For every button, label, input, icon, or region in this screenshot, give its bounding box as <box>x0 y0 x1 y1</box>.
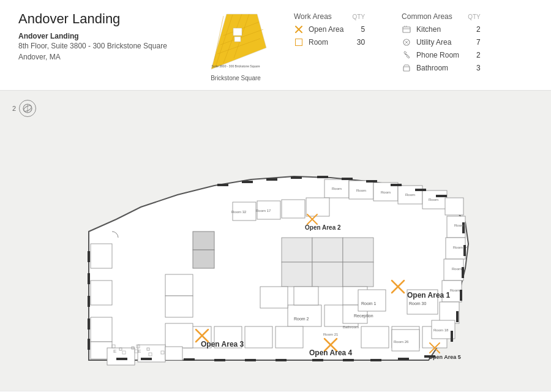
svg-rect-108 <box>398 358 409 360</box>
legend-open-area: Open Area 5 <box>294 24 365 34</box>
work-areas-section: Work Areas QTY Open Area 5 Room 30 <box>294 12 365 76</box>
svg-text:Room: Room <box>450 288 460 292</box>
svg-text:Room: Room <box>381 190 391 194</box>
svg-rect-72 <box>165 323 193 348</box>
phone-label: Phone Room <box>416 51 459 59</box>
legend-bathroom: Bathroom 3 <box>402 63 481 73</box>
svg-text:Room: Room <box>356 189 366 192</box>
room-icon <box>294 37 304 47</box>
svg-text:Room: Room <box>429 198 438 202</box>
svg-rect-82 <box>317 176 328 178</box>
common-areas-section: Common Areas QTY Kitchen 2 <box>402 12 481 76</box>
svg-text:Room 30: Room 30 <box>409 301 427 306</box>
svg-text:Room 21: Room 21 <box>323 333 339 336</box>
svg-rect-54 <box>276 326 303 348</box>
open-area-icon <box>294 24 304 34</box>
compass-icon <box>22 103 33 114</box>
svg-rect-85 <box>391 184 402 186</box>
map-thumbnail: Suite 3800 - 300 Brickstone Square <box>199 11 272 72</box>
svg-rect-67 <box>358 290 386 311</box>
svg-rect-43 <box>282 238 312 262</box>
svg-text:Room 18: Room 18 <box>433 328 449 332</box>
svg-rect-80 <box>266 178 277 181</box>
svg-text:Bathroom: Bathroom <box>343 325 359 329</box>
svg-rect-84 <box>366 180 377 183</box>
legend-kitchen: Kitchen 2 <box>402 24 481 34</box>
svg-rect-104 <box>276 359 287 361</box>
utility-label: Utility Area <box>416 38 451 47</box>
floor-plan-svg: Open Area 1 Open Area 2 Open Area 3 Open… <box>67 109 484 372</box>
svg-text:Room 32: Room 32 <box>231 210 247 214</box>
svg-rect-71 <box>165 296 193 317</box>
svg-rect-68 <box>294 287 318 305</box>
svg-rect-13 <box>403 27 410 32</box>
svg-text:E: E <box>138 349 141 354</box>
header: Andover Landing Andover Landing 8th Floo… <box>0 0 551 91</box>
svg-rect-59 <box>91 281 112 305</box>
svg-text:Room: Room <box>405 193 415 197</box>
kitchen-label: Kitchen <box>416 25 441 34</box>
floor-plan-container: Open Area 1 Open Area 2 Open Area 3 Open… <box>67 109 484 372</box>
work-areas-qty-header: QTY <box>353 13 365 20</box>
svg-rect-89 <box>463 245 466 256</box>
svg-rect-94 <box>88 251 90 262</box>
svg-rect-93 <box>451 331 453 342</box>
svg-rect-77 <box>193 250 214 268</box>
kitchen-icon <box>402 24 411 34</box>
bathroom-icon <box>402 63 411 73</box>
building-address: 8th Floor, Suite 3800 - 300 Brickstone S… <box>18 40 178 62</box>
open-area-1-label: Open Area 1 <box>407 291 451 300</box>
svg-rect-86 <box>415 189 426 191</box>
map-thumbnail-container: Suite 3800 - 300 Brickstone Square Brick… <box>196 11 276 81</box>
svg-rect-103 <box>245 359 256 361</box>
page-title: Andover Landing <box>18 11 178 27</box>
utility-qty: 7 <box>464 38 481 47</box>
legend-phone: Phone Room 2 <box>402 50 481 60</box>
svg-rect-78 <box>217 184 228 186</box>
nav-compass[interactable] <box>19 100 36 117</box>
svg-rect-49 <box>288 305 321 326</box>
svg-rect-70 <box>165 274 193 296</box>
svg-rect-9 <box>234 37 241 42</box>
open-area-qty: 5 <box>348 25 365 34</box>
svg-rect-69 <box>260 287 288 308</box>
svg-rect-101 <box>184 358 195 361</box>
svg-rect-33 <box>445 198 463 215</box>
svg-rect-53 <box>245 326 272 348</box>
svg-rect-105 <box>312 359 323 361</box>
open-area-3-label: Open Area 3 <box>201 340 244 349</box>
common-areas-qty-header: QTY <box>468 13 481 20</box>
bathroom-qty: 3 <box>464 64 481 72</box>
svg-rect-81 <box>291 176 302 179</box>
svg-text:Room: Room <box>453 246 463 249</box>
svg-rect-76 <box>193 232 214 250</box>
work-areas-title: Work Areas <box>294 12 353 21</box>
svg-rect-102 <box>214 359 225 361</box>
svg-rect-83 <box>342 178 353 180</box>
svg-rect-45 <box>343 238 373 262</box>
header-left: Andover Landing Andover Landing 8th Floo… <box>18 11 178 62</box>
svg-rect-60 <box>91 317 112 342</box>
svg-rect-58 <box>91 244 112 268</box>
room-label: Room <box>309 38 328 47</box>
svg-rect-96 <box>88 296 90 307</box>
open-area-2-label: Open Area 2 <box>305 224 341 231</box>
svg-rect-98 <box>88 339 90 350</box>
svg-text:Room: Room <box>452 267 462 271</box>
svg-text:Reception: Reception <box>354 314 373 318</box>
common-areas-title: Common Areas <box>402 12 468 21</box>
legend-room: Room 30 <box>294 37 365 47</box>
svg-text:E: E <box>113 349 116 354</box>
svg-text:Room 17: Room 17 <box>256 209 271 213</box>
svg-rect-44 <box>312 238 343 262</box>
open-area-label: Open Area <box>309 25 343 34</box>
phone-qty: 2 <box>464 51 481 59</box>
svg-rect-75 <box>165 347 182 360</box>
header-legend: Work Areas QTY Open Area 5 Room 30 <box>294 11 533 76</box>
svg-rect-90 <box>462 267 464 278</box>
svg-rect-46 <box>282 262 312 287</box>
svg-rect-39 <box>306 198 329 216</box>
svg-rect-55 <box>361 326 389 348</box>
svg-rect-107 <box>370 359 381 361</box>
svg-rect-92 <box>456 311 459 322</box>
